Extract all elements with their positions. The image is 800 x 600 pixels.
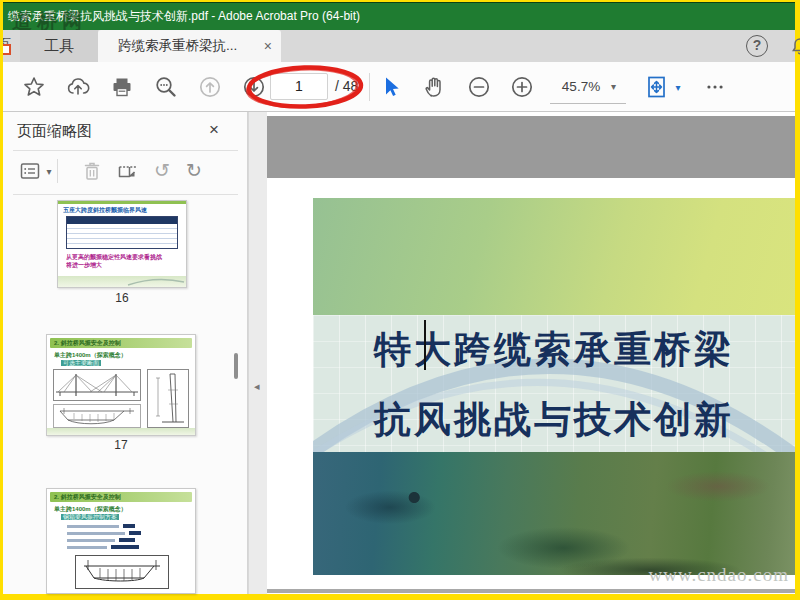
mini18-list-line [67, 539, 115, 542]
slide-landscape-image [313, 452, 795, 575]
mini16-titlebar-remnant [58, 201, 186, 204]
thumbnail-label-17[interactable]: 17 [46, 438, 196, 452]
zoom-dropdown-caret-icon[interactable]: ▾ [611, 74, 616, 100]
toolbar-divider [369, 73, 370, 101]
thumbnail-options-icon[interactable] [17, 158, 43, 184]
zoom-level-value[interactable]: 45.7% [552, 74, 610, 100]
mini18-list-line [67, 546, 107, 549]
rotate-cw-icon[interactable]: ↻ [181, 158, 207, 184]
panel-divider [13, 150, 238, 151]
acrobat-window: 缆索承重桥梁抗风挑战与技术创新.pdf - Adobe Acrobat Pro … [0, 0, 800, 600]
text-cursor-caret [424, 320, 426, 370]
mini16-note2: 将进一步增大 [66, 261, 184, 270]
mini18-sub: 钢箱梁风振控制方案 [61, 514, 119, 520]
panel-tools-divider [57, 159, 58, 183]
home-icon-fragment [3, 44, 11, 55]
main-toolbar: 1 / 48 45.7% ▾ ▾ [3, 62, 795, 112]
document-background [267, 116, 795, 178]
mini17-tower-drawing [147, 369, 189, 428]
search-icon[interactable] [153, 74, 179, 100]
slide-top-gradient [313, 198, 795, 315]
collapse-arrow-icon[interactable]: ◂ [254, 380, 260, 393]
tab-tools[interactable]: 工具 [20, 30, 98, 62]
star-favorites-icon[interactable] [21, 74, 47, 100]
mini18-list-line [67, 525, 119, 528]
print-icon[interactable] [109, 74, 135, 100]
panel-collapse-strip[interactable]: ◂ [248, 112, 267, 594]
thumbnail-page-18[interactable]: 2. 斜拉桥风振安全及控制 单主跨1400m（探索概念） 钢箱梁风振控制方案 [46, 488, 196, 594]
tab-document[interactable]: 跨缆索承重桥梁抗... × [98, 30, 281, 62]
mini17-section-drawing [53, 404, 141, 428]
page-number-input[interactable]: 1 [270, 73, 328, 100]
mini17-footer-band [47, 428, 195, 435]
fit-page-icon[interactable] [644, 74, 670, 100]
select-tool-icon[interactable] [378, 74, 404, 100]
slide-title-panel: 特大跨缆索承重桥梁 抗风挑战与技术创新 [313, 315, 795, 452]
slide-title-line2: 抗风挑战与技术创新 [313, 395, 795, 445]
zoom-out-icon[interactable] [466, 74, 492, 100]
zoom-field-underline [550, 103, 626, 104]
pdf-page-slide: 特大跨缆索承重桥梁 抗风挑战与技术创新 [313, 198, 795, 575]
title-bar: 缆索承重桥梁抗风挑战与技术创新.pdf - Adobe Acrobat Pro … [3, 2, 795, 30]
mini17-sub: 可选主梁断面 [61, 360, 101, 366]
mini18-list-line [67, 532, 125, 535]
panel-divider-2 [13, 194, 238, 195]
notification-bell-icon[interactable] [789, 37, 800, 55]
split-pages-icon[interactable] [115, 158, 141, 184]
mini17-elevation-drawing [53, 369, 141, 401]
previous-page-icon[interactable] [197, 74, 223, 100]
cloud-upload-icon[interactable] [65, 74, 91, 100]
watermark-bottom-right: www.cndao.com [648, 564, 789, 586]
document-area[interactable]: 特大跨缆索承重桥梁 抗风挑战与技术创新 www.cndao.com [267, 112, 795, 594]
mini18-list-value [129, 531, 141, 535]
horizontal-scrollbar[interactable] [267, 589, 795, 593]
rotate-ccw-icon[interactable]: ↺ [149, 158, 175, 184]
thumbnail-label-16[interactable]: 16 [57, 291, 187, 305]
zoom-in-icon[interactable] [509, 74, 535, 100]
mini18-section-drawing [75, 555, 169, 589]
fit-dropdown-caret-icon[interactable]: ▾ [671, 74, 685, 100]
slide-title-line1: 特大跨缆索承重桥梁 [313, 325, 795, 375]
page-total-label: / 48 [335, 73, 358, 100]
mini16-footer-band [58, 276, 186, 287]
mini18-title: 2. 斜拉桥风振安全及控制 [50, 492, 192, 502]
mini18-list-value [119, 538, 135, 542]
tab-document-label: 跨缆索承重桥梁抗... [118, 30, 237, 62]
panel-scrollbar-thumb[interactable] [234, 353, 238, 379]
panel-close-icon[interactable]: × [209, 120, 219, 140]
mini17-title: 2. 斜拉桥风振安全及控制 [50, 338, 192, 348]
next-page-icon[interactable] [241, 74, 267, 100]
mini16-heading: 五座大跨度斜拉桥颤振临界风速 [63, 206, 183, 215]
mini18-list-value [123, 524, 135, 528]
help-button[interactable]: ? [746, 35, 768, 57]
thumbnail-page-16[interactable]: 五座大跨度斜拉桥颤振临界风速 从更高的颤振稳定性风速要求看挑战 将进一步增大 [57, 200, 187, 288]
more-tools-icon[interactable] [702, 74, 728, 100]
hand-tool-icon[interactable] [422, 74, 448, 100]
mini16-table [66, 216, 178, 249]
panel-title: 页面缩略图 [17, 122, 92, 141]
thumbnail-page-17[interactable]: 2. 斜拉桥风振安全及控制 单主跨1400m（探索概念） 可选主梁断面 [46, 334, 196, 436]
mini18-list-value [111, 545, 139, 549]
thumbnails-panel: 页面缩略图 × ▾ ↺ ↻ 五座大跨度斜拉桥颤振临界风速 从更高的颤振稳定性风速… [3, 112, 248, 594]
options-caret-icon[interactable]: ▾ [43, 158, 55, 184]
delete-pages-icon[interactable] [79, 158, 105, 184]
window-title: 缆索承重桥梁抗风挑战与技术创新.pdf - Adobe Acrobat Pro … [3, 3, 795, 30]
tab-close-icon[interactable]: × [264, 30, 272, 62]
